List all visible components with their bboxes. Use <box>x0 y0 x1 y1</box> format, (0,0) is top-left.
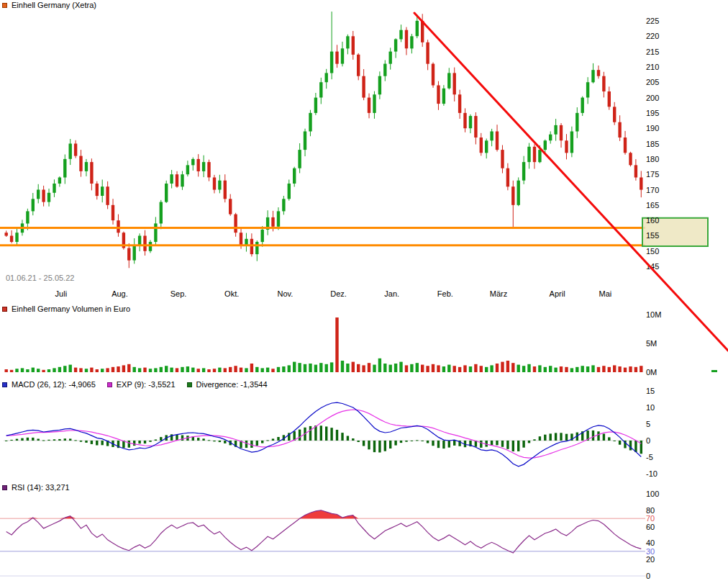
svg-text:30: 30 <box>646 547 655 556</box>
divergence-series-icon <box>187 382 192 387</box>
svg-text:Mai: Mai <box>599 289 612 298</box>
volume-series <box>5 317 718 372</box>
exp-signal-line <box>6 410 642 458</box>
price-panel-title: Einhell Germany (Xetra) <box>12 1 96 9</box>
svg-text:Feb.: Feb. <box>437 289 453 298</box>
chart-canvas[interactable]: 2252202152102052001951901851801751701651… <box>0 0 728 586</box>
stock-chart-page: 2252202152102052001951901851801751701651… <box>0 0 728 586</box>
svg-text:0: 0 <box>646 436 650 445</box>
volume-panel-title: Einhell Germany Volumen in Euro <box>12 305 130 313</box>
svg-text:175: 175 <box>646 170 659 179</box>
volume-panel-legend: Einhell Germany Volumen in Euro <box>2 305 130 313</box>
macd-y-axis: 151050-5-10 <box>646 387 658 478</box>
svg-text:60: 60 <box>646 523 655 531</box>
price-panel-legend: Einhell Germany (Xetra) <box>2 1 96 9</box>
svg-text:Dez.: Dez. <box>330 289 347 298</box>
macd-series-icon <box>2 382 7 387</box>
svg-text:April: April <box>550 289 565 298</box>
svg-text:170: 170 <box>646 186 659 194</box>
candlestick-series <box>5 12 643 268</box>
x-axis-month-labels: JuliAug.Sep.Okt.Nov.Dez.Jan.Feb.MärzApri… <box>55 289 612 298</box>
exp-series-icon <box>107 382 112 387</box>
svg-text:190: 190 <box>646 124 659 132</box>
svg-text:165: 165 <box>646 201 659 209</box>
rsi-series-icon <box>2 485 7 490</box>
macd-series <box>4 402 644 466</box>
svg-text:Nov.: Nov. <box>277 289 293 298</box>
svg-text:150: 150 <box>646 247 659 256</box>
svg-text:-10: -10 <box>646 469 658 478</box>
svg-text:70: 70 <box>646 514 655 523</box>
svg-text:220: 220 <box>646 32 659 40</box>
svg-text:Juli: Juli <box>55 289 68 298</box>
svg-text:0: 0 <box>646 572 650 580</box>
macd-label: MACD (26, 12): -4,9065 <box>12 380 96 389</box>
price-y-axis: 2252202152102052001951901851801751701651… <box>646 17 659 271</box>
svg-text:205: 205 <box>646 78 659 86</box>
svg-text:15: 15 <box>646 387 655 395</box>
svg-text:180: 180 <box>646 155 659 163</box>
svg-text:März: März <box>490 289 507 298</box>
divergence-label: Divergence: -1,3544 <box>196 380 268 389</box>
svg-text:20: 20 <box>646 555 655 564</box>
rsi-y-axis: 1008070604030200 <box>646 490 659 580</box>
svg-text:10: 10 <box>646 403 655 412</box>
svg-text:Aug.: Aug. <box>112 289 128 298</box>
volume-series-icon <box>2 307 7 312</box>
macd-panel-legend: MACD (26, 12): -4,9065 EXP (9): -3,5521 … <box>2 380 268 389</box>
svg-text:-5: -5 <box>646 453 653 461</box>
svg-text:155: 155 <box>646 231 659 240</box>
svg-text:0M: 0M <box>646 368 657 377</box>
svg-text:185: 185 <box>646 140 659 148</box>
price-series-icon <box>2 3 7 8</box>
svg-text:195: 195 <box>646 109 659 117</box>
svg-text:Sep.: Sep. <box>170 289 187 298</box>
rsi-overbought-fill <box>4 510 641 518</box>
svg-text:200: 200 <box>646 94 659 102</box>
rsi-series <box>0 510 645 576</box>
svg-text:225: 225 <box>646 17 659 25</box>
svg-text:10M: 10M <box>646 310 661 319</box>
volume-y-axis: 10M5M0M <box>646 310 661 377</box>
svg-text:Okt.: Okt. <box>224 289 239 298</box>
exp-label: EXP (9): -3,5521 <box>117 380 176 389</box>
svg-text:5M: 5M <box>646 339 657 348</box>
price-annotations[interactable] <box>0 218 708 246</box>
svg-text:215: 215 <box>646 48 659 56</box>
svg-text:40: 40 <box>646 538 655 547</box>
date-range-label: 01.06.21 - 25.05.22 <box>6 274 74 282</box>
edge-dash <box>711 370 717 372</box>
svg-text:5: 5 <box>646 420 650 428</box>
rsi-panel-legend: RSI (14): 33,271 <box>2 483 70 492</box>
svg-text:160: 160 <box>646 216 659 225</box>
downtrend-line-annotation[interactable] <box>414 13 728 351</box>
svg-text:Jan.: Jan. <box>384 289 399 298</box>
svg-text:210: 210 <box>646 63 659 71</box>
svg-text:80: 80 <box>646 506 655 515</box>
svg-text:100: 100 <box>646 490 659 498</box>
rsi-label: RSI (14): 33,271 <box>12 483 70 492</box>
